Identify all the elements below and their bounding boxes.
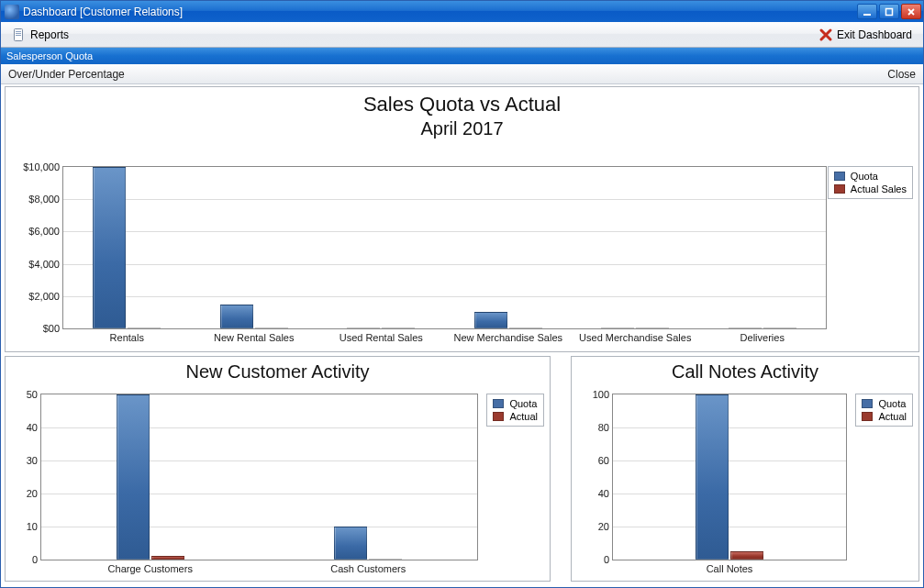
legend-swatch-actual [862,412,873,421]
y-tick: 10 [27,521,38,532]
legend-swatch-actual [834,184,845,194]
close-panel-button[interactable]: Close [887,68,916,81]
y-tick: $00 [43,323,60,334]
close-window-button[interactable] [901,4,921,19]
x-tick: Rentals [110,332,144,343]
chart-call-notes: Call Notes Activity 020406080100Call Not… [571,356,919,582]
x-tick: Charge Customers [108,563,193,574]
x-tick: Call Notes [707,563,753,574]
legend-label-quota: Quota [851,171,878,182]
bar-actual [151,556,184,560]
bar-actual [636,327,669,328]
y-tick: 20 [27,488,38,499]
y-tick: $10,000 [23,161,60,172]
plot-area: 01020304050Charge CustomersCash Customer… [40,394,478,560]
bar-quota [334,527,367,560]
bar-actual [128,327,161,328]
y-tick: 20 [598,521,609,532]
chart-legend: Quota Actual Sales [828,166,913,199]
legend-swatch-actual [493,412,504,421]
y-tick: 100 [593,389,609,400]
legend-label-quota: Quota [509,398,537,409]
legend-swatch-quota [834,172,845,181]
legend-label-actual: Actual [878,411,907,422]
chart-legend: Quota Actual [486,394,544,427]
y-tick: 40 [27,422,38,433]
x-tick: Used Rental Sales [340,332,423,343]
minimize-icon [863,7,872,17]
x-tick: New Rental Sales [214,332,294,343]
bar-quota [601,327,634,328]
close-panel-label: Close [887,68,916,81]
bar-quota [347,327,380,328]
bar-quota [696,394,729,560]
svg-rect-1 [886,8,893,15]
sub-header: Over/Under Percentage Close [1,64,923,84]
y-tick: $8,000 [28,194,60,205]
plot-area: $00$2,000$4,000$6,000$8,000$10,000Rental… [62,166,827,329]
y-tick: 80 [598,422,609,433]
y-tick: 50 [27,389,38,400]
bar-actual [730,551,763,560]
window-title: Dashboard [Customer Relations] [23,6,857,18]
chart-legend: Quota Actual [855,394,913,427]
legend-label-quota: Quota [878,398,906,409]
chart-title: Call Notes Activity [572,361,918,383]
app-icon [5,5,19,19]
exit-dashboard-button[interactable]: Exit Dashboard [813,26,918,44]
y-tick: 30 [27,455,38,466]
legend-label-actual: Actual Sales [851,183,907,194]
chart-title: New Customer Activity [6,361,550,383]
legend-label-actual: Actual [509,411,538,422]
y-tick: $4,000 [28,259,60,270]
bar-quota [117,394,150,560]
y-tick: 40 [598,488,609,499]
bar-actual [509,327,542,328]
x-tick: Used Merchandise Sales [579,332,691,343]
y-tick: 60 [598,455,609,466]
y-tick: $2,000 [28,291,60,302]
chart-title: Sales Quota vs Actual [6,93,918,116]
legend-swatch-quota [493,399,504,408]
reports-button[interactable]: Reports [6,26,74,44]
bar-quota [93,167,126,328]
section-title: Salesperson Quota [6,50,93,61]
section-header: Salesperson Quota [1,48,923,64]
legend-swatch-quota [862,399,873,408]
chart-new-customer: New Customer Activity 01020304050Charge … [5,356,551,582]
close-icon [907,7,916,17]
bar-actual [763,327,796,328]
reports-label: Reports [30,28,69,41]
chart-subtitle: April 2017 [6,118,918,139]
plot-area: 020406080100Call Notes [612,394,847,560]
y-tick: 0 [604,554,609,565]
app-toolbar: Reports Exit Dashboard [1,22,923,48]
x-tick: Cash Customers [330,563,406,574]
report-icon [12,28,27,42]
chart-sales-quota: Sales Quota vs Actual April 2017 $00$2,0… [5,86,919,352]
svg-rect-0 [863,14,871,16]
window-titlebar: Dashboard [Customer Relations] [1,1,923,22]
bar-quota [474,312,507,328]
x-tick: Deliveries [740,332,785,343]
bar-actual [369,559,402,560]
svg-rect-5 [16,35,21,36]
x-tick: New Merchandise Sales [453,332,562,343]
minimize-button[interactable] [857,4,877,19]
bar-actual [382,327,415,328]
maximize-icon [885,7,894,17]
svg-rect-3 [16,31,21,32]
exit-icon [818,28,833,42]
bar-quota [729,327,762,328]
y-tick: $6,000 [28,226,60,237]
y-tick: 0 [32,554,38,565]
over-under-label: Over/Under Percentage [8,68,125,81]
maximize-button[interactable] [879,4,899,19]
exit-dashboard-label: Exit Dashboard [837,28,912,41]
svg-rect-4 [16,33,21,34]
over-under-button[interactable]: Over/Under Percentage [8,68,125,81]
bar-actual [255,327,288,328]
bar-quota [220,305,253,328]
